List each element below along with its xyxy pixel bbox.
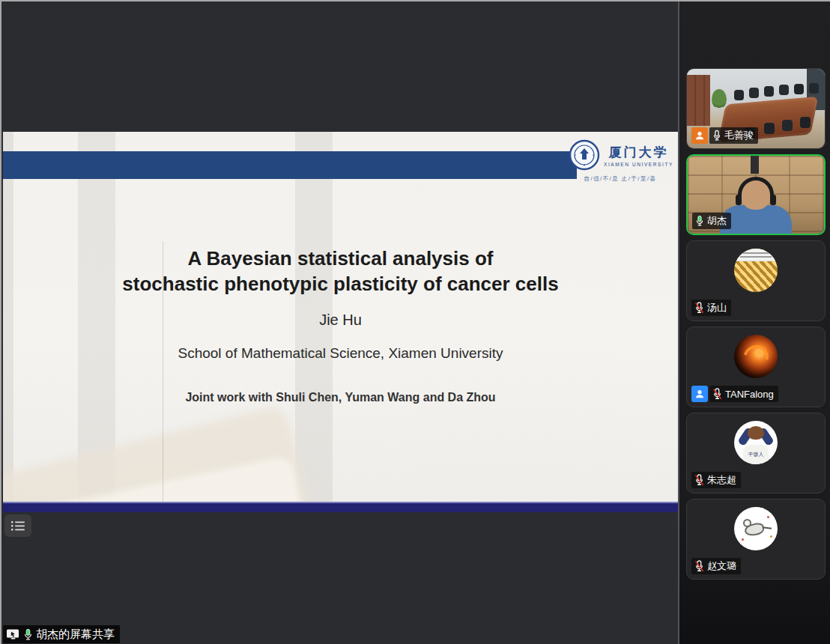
screen-share-banner-label: 胡杰的屏幕共享	[36, 628, 115, 642]
list-icon	[10, 520, 25, 532]
participant-tile-maoshanjun[interactable]: 毛善骏	[686, 68, 826, 149]
participant-nameplate: 胡杰	[692, 213, 731, 229]
meeting-window: 厦门大学 XIAMEN UNIVERSITY 自/强/不/息 止/于/至/善 A…	[0, 0, 830, 644]
slide-author: Jie Hu	[3, 312, 678, 329]
headphone-cup	[736, 195, 742, 205]
presentation-slide: 厦门大学 XIAMEN UNIVERSITY 自/强/不/息 止/于/至/善 A…	[3, 132, 678, 512]
university-name-en: XIAMEN UNIVERSITY	[604, 162, 673, 167]
participant-name: 胡杰	[707, 214, 727, 228]
slide-title: A Bayesian statistical analysis of stoch…	[3, 246, 678, 297]
screen-share-icon	[6, 628, 20, 641]
cartoon-head	[748, 426, 764, 440]
participant-tile-zhuzhichao[interactable]: 干饭人 朱志超	[686, 413, 826, 493]
participant-nameplate: 汤山	[691, 300, 731, 316]
xiamen-university-logo: 厦门大学 XIAMEN UNIVERSITY 自/强/不/息 止/于/至/善	[569, 139, 672, 186]
slide-footer-bar	[3, 502, 678, 512]
headphones	[738, 177, 774, 196]
participant-tile-tangshan[interactable]: 汤山	[686, 240, 826, 321]
slide-outline-button[interactable]	[4, 514, 31, 537]
participant-tile-tanfalong[interactable]: TANFalong	[686, 326, 826, 407]
participant-name: 汤山	[707, 301, 727, 315]
mic-speaking-icon	[695, 215, 704, 227]
participant-name: 赵文璐	[707, 559, 736, 573]
slide-joint-work: Joint work with Shuli Chen, Yuman Wang a…	[3, 391, 678, 404]
university-motto: 自/强/不/息 止/于/至/善	[569, 175, 672, 183]
mic-muted-icon	[694, 302, 704, 314]
participant-nameplate: 朱志超	[691, 472, 741, 488]
participant-nameplate: TANFalong	[691, 386, 778, 402]
dragon-avatar	[734, 335, 778, 378]
pasta-avatar	[734, 249, 778, 292]
bird-avatar	[734, 507, 778, 550]
mic-on-icon	[712, 130, 721, 142]
member-badge-icon	[691, 386, 708, 402]
participant-nameplate: 毛善骏	[691, 127, 758, 144]
room-chairs	[764, 123, 775, 134]
participant-nameplate: 赵文璐	[691, 558, 741, 574]
slide-title-line1: A Bayesian statistical analysis of	[187, 247, 493, 270]
cartoon-person-avatar: 干饭人	[734, 421, 778, 464]
participants-sidebar: 毛善骏	[678, 1, 830, 644]
mic-speaking-icon	[23, 628, 33, 641]
university-name-zh: 厦门大学	[608, 144, 668, 161]
university-seal-icon	[569, 139, 600, 171]
mic-muted-icon	[694, 560, 704, 572]
participant-name: TANFalong	[725, 389, 774, 400]
mic-muted-icon	[694, 474, 704, 486]
slide-accent-bar	[3, 151, 577, 179]
ceiling-beam	[751, 156, 759, 174]
participant-name: 朱志超	[707, 473, 736, 487]
screen-share-banner: 胡杰的屏幕共享	[3, 625, 120, 643]
participant-tile-zhaowenlu[interactable]: 赵文璐	[686, 499, 826, 580]
cartoon-shirt-text: 干饭人	[743, 445, 769, 464]
slide-affiliation: School of Mathematical Science, Xiamen U…	[3, 345, 678, 362]
participant-tile-hujie[interactable]: 胡杰	[686, 154, 826, 235]
participant-name: 毛善骏	[724, 129, 754, 142]
avatar-label-band	[734, 249, 778, 261]
room-cabinet	[687, 75, 710, 126]
bird-head	[743, 519, 751, 527]
room-chairs	[734, 90, 744, 100]
room-plant	[712, 89, 727, 110]
dragon-swirl	[739, 341, 772, 374]
headphone-cup	[770, 195, 776, 205]
slide-title-line2: stochastic phenotypic plasticity of canc…	[122, 273, 558, 295]
mic-muted-icon	[712, 388, 722, 400]
screen-share-stage: 厦门大学 XIAMEN UNIVERSITY 自/强/不/息 止/于/至/善 A…	[1, 1, 679, 644]
member-badge-icon	[691, 127, 708, 144]
bird-accent-dots	[767, 516, 769, 518]
